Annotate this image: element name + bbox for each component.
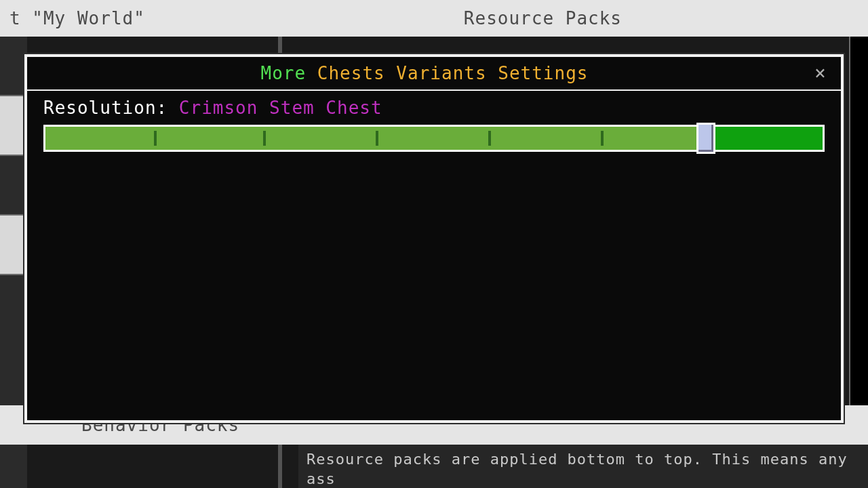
close-button[interactable]: × <box>811 64 830 83</box>
resolution-slider[interactable] <box>43 125 825 152</box>
slider-tick <box>154 131 157 146</box>
slider-tick <box>601 131 604 146</box>
background-right-column <box>849 37 868 420</box>
settings-modal: More Chests Variants Settings × Resoluti… <box>24 54 844 423</box>
slider-handle[interactable] <box>696 123 715 154</box>
modal-title-row: More Chests Variants Settings × <box>27 57 841 89</box>
background-header: t "My World" Resource Packs <box>0 0 868 37</box>
resolution-slider-container <box>27 121 841 163</box>
resolution-label: Resolution: <box>43 98 167 118</box>
bg-header-left-text: t "My World" <box>9 8 145 28</box>
close-icon: × <box>814 62 827 84</box>
slider-tick <box>263 131 266 146</box>
resolution-value: Crimson Stem Chest <box>179 98 382 118</box>
modal-title-word1: More <box>261 63 307 83</box>
modal-title: More Chests Variants Settings <box>38 63 811 83</box>
slider-tick <box>376 131 378 146</box>
slider-tick <box>488 131 491 146</box>
resolution-row: Resolution: Crimson Stem Chest <box>27 91 841 121</box>
bg-header-right-text: Resource Packs <box>464 8 622 28</box>
background-help-text: Resource packs are applied bottom to top… <box>298 445 868 488</box>
modal-title-rest: Chests Variants Settings <box>317 63 589 83</box>
